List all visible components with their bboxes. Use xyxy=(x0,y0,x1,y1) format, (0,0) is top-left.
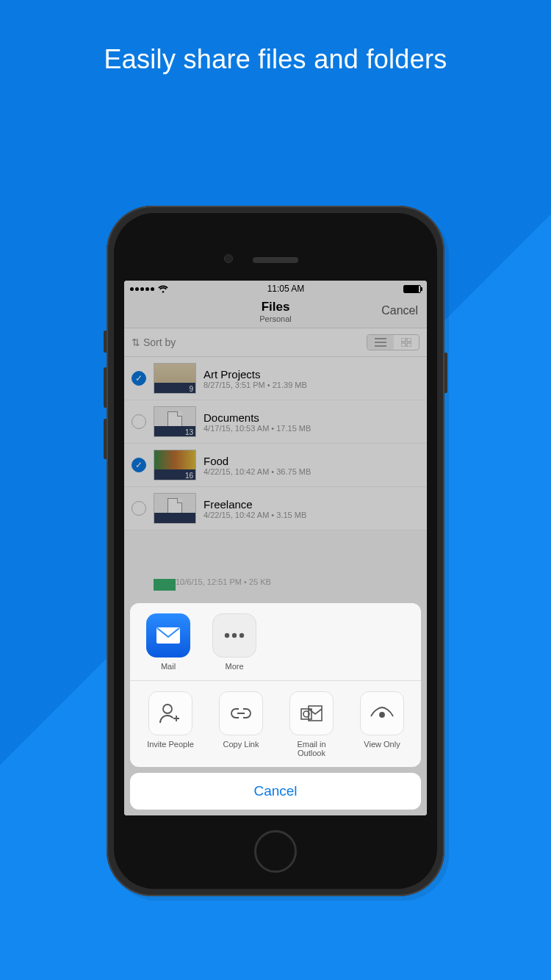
action-copy-link[interactable]: Copy Link xyxy=(211,691,271,758)
promo-headline: Easily share files and folders xyxy=(0,44,551,75)
selection-checkbox[interactable] xyxy=(132,371,146,386)
file-meta: 8/27/15, 3:51 PM • 21.39 MB xyxy=(204,381,307,389)
outlook-icon xyxy=(289,691,334,735)
home-button[interactable] xyxy=(254,830,297,873)
view-only-icon xyxy=(360,691,404,735)
action-label: Copy Link xyxy=(223,740,259,749)
share-app-label: More xyxy=(225,662,243,671)
selection-checkbox[interactable] xyxy=(132,501,146,516)
action-label: Email in Outlook xyxy=(282,740,341,758)
selection-checkbox[interactable] xyxy=(132,458,146,472)
battery-icon xyxy=(403,285,421,293)
action-email-outlook[interactable]: Email in Outlook xyxy=(281,691,342,758)
folder-thumbnail xyxy=(154,493,196,524)
file-list: 9 Art Projects 8/27/15, 3:51 PM • 21.39 … xyxy=(124,357,427,530)
file-meta: 4/22/15, 10:42 AM • 3.15 MB xyxy=(204,511,306,519)
svg-point-12 xyxy=(380,713,384,717)
signal-dots-icon xyxy=(130,287,154,291)
file-meta: 4/22/15, 10:42 AM • 36.75 MB xyxy=(204,467,311,476)
list-item[interactable]: 9 Art Projects 8/27/15, 3:51 PM • 21.39 … xyxy=(124,357,427,400)
share-cancel-button[interactable]: Cancel xyxy=(130,773,421,810)
selection-checkbox[interactable] xyxy=(132,414,146,429)
list-view-icon[interactable] xyxy=(367,335,394,350)
grid-view-icon[interactable] xyxy=(394,335,419,350)
more-icon xyxy=(212,613,256,657)
svg-point-5 xyxy=(225,633,229,638)
view-toggle[interactable] xyxy=(367,334,419,350)
svg-point-8 xyxy=(163,705,172,713)
sort-icon: ⇅ xyxy=(132,336,143,348)
nav-bar: Files Personal Cancel xyxy=(124,297,427,328)
file-meta: 10/6/15, 12:51 PM • 25 KB xyxy=(132,574,419,589)
share-app-mail[interactable]: Mail xyxy=(142,613,195,671)
file-title: Documents xyxy=(204,411,311,424)
wifi-icon xyxy=(158,285,168,293)
svg-rect-1 xyxy=(407,338,411,342)
share-app-label: Mail xyxy=(161,662,176,671)
folder-thumbnail: 9 xyxy=(154,363,196,394)
action-label: View Only xyxy=(364,740,400,749)
list-item[interactable]: Freelance 4/22/15, 10:42 AM • 3.15 MB xyxy=(124,487,427,530)
action-label: Invite People xyxy=(147,740,194,749)
action-invite-people[interactable]: Invite People xyxy=(140,691,201,758)
list-item[interactable]: 13 Documents 4/17/15, 10:53 AM • 17.15 M… xyxy=(124,400,427,444)
svg-point-7 xyxy=(240,633,244,638)
list-item[interactable]: 16 Food 4/22/15, 10:42 AM • 36.75 MB xyxy=(124,444,427,487)
folder-thumbnail: 13 xyxy=(154,406,196,437)
nav-title: Files xyxy=(132,300,419,314)
sort-by-button[interactable]: ⇅ Sort by xyxy=(132,336,176,348)
share-sheet: Mail More xyxy=(130,603,421,767)
svg-rect-2 xyxy=(401,343,406,347)
file-title: Art Projects xyxy=(204,368,307,381)
mail-icon xyxy=(146,613,190,657)
invite-people-icon xyxy=(148,691,192,735)
svg-rect-3 xyxy=(407,343,411,347)
file-meta: 4/17/15, 10:53 AM • 17.15 MB xyxy=(204,424,311,433)
nav-subtitle: Personal xyxy=(132,314,419,323)
svg-point-6 xyxy=(232,633,237,638)
file-title: Freelance xyxy=(204,498,306,511)
status-time: 11:05 AM xyxy=(267,284,305,294)
share-app-more[interactable]: More xyxy=(208,613,261,671)
folder-thumbnail: 16 xyxy=(154,450,196,480)
action-view-only[interactable]: View Only xyxy=(352,691,412,758)
file-title: Food xyxy=(204,455,311,467)
svg-rect-0 xyxy=(401,338,406,342)
phone-frame: 11:05 AM Files Personal Cancel ⇅ Sort by xyxy=(107,206,444,896)
nav-cancel-button[interactable]: Cancel xyxy=(381,304,418,317)
copy-link-icon xyxy=(219,691,263,735)
status-bar: 11:05 AM xyxy=(124,281,427,297)
